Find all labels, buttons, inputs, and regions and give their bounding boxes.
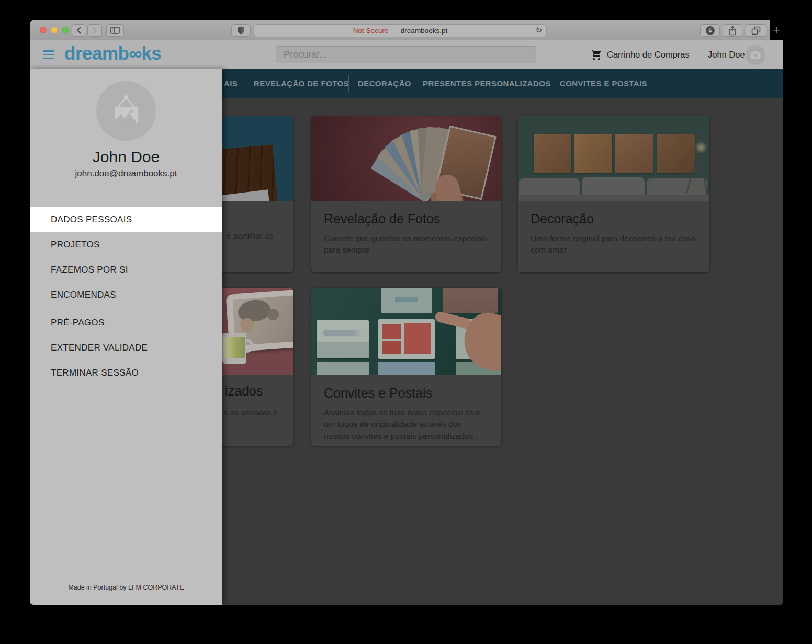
card-text: Revelação de Fotos Garante que guardas o… bbox=[311, 201, 501, 256]
not-secure-label: Not Secure bbox=[353, 27, 389, 35]
card-description: Garante que guardas os momentos especiai… bbox=[324, 233, 489, 256]
card-title: Revelação de Fotos bbox=[324, 211, 489, 227]
card-title-fragment: izados bbox=[225, 383, 263, 399]
drawer-item-extender-validade[interactable]: EXTENDER VALIDADE bbox=[30, 335, 222, 360]
share-button[interactable] bbox=[723, 24, 742, 37]
logo-infinity-oo: ∞ bbox=[129, 43, 141, 63]
nav-separator bbox=[348, 75, 349, 92]
forward-button[interactable] bbox=[87, 24, 102, 37]
drawer-item-dados-pessoais[interactable]: DADOS PESSOAIS bbox=[30, 207, 222, 232]
search-input[interactable] bbox=[276, 46, 536, 63]
cart-button[interactable]: Carrinho de Compras bbox=[590, 40, 690, 69]
downloads-button[interactable] bbox=[700, 24, 720, 37]
nav-item-convites-e-postais[interactable]: CONVITES E POSTAIS bbox=[560, 69, 647, 98]
nav-separator bbox=[245, 75, 245, 92]
drawer-user-name: John Doe bbox=[30, 148, 222, 166]
drawer-item-pre-pagos[interactable]: PRÉ-PAGOS bbox=[30, 310, 222, 335]
browser-titlebar: Not Secure — dreambooks.pt ↻ bbox=[30, 20, 783, 40]
menu-icon[interactable] bbox=[43, 50, 54, 59]
cart-label: Carrinho de Compras bbox=[607, 50, 690, 60]
card-text: Decoração Uma forma original para decora… bbox=[518, 201, 709, 256]
sidebar-icon bbox=[110, 27, 120, 34]
browser-window: Not Secure — dreambooks.pt ↻ bbox=[30, 20, 783, 605]
minimize-window-button[interactable] bbox=[51, 27, 58, 33]
camera-icon bbox=[750, 51, 761, 59]
card-image bbox=[518, 116, 709, 201]
picture-frame-icon bbox=[107, 94, 145, 128]
reload-icon[interactable]: ↻ bbox=[535, 26, 542, 35]
card-image bbox=[311, 288, 501, 375]
share-icon bbox=[728, 26, 737, 36]
nav-item-partial[interactable]: AIS bbox=[224, 69, 238, 98]
zoom-window-button[interactable] bbox=[62, 27, 69, 33]
card-decoracao[interactable]: Decoração Uma forma original para decora… bbox=[518, 116, 709, 272]
chevron-left-icon bbox=[76, 27, 82, 34]
card-text: Convites e Postais Assinala todas as tua… bbox=[311, 375, 501, 442]
nav-separator bbox=[551, 75, 551, 92]
card-description: Uma forma original para decorares a tua … bbox=[531, 233, 697, 256]
new-tab-button[interactable]: + bbox=[770, 20, 783, 40]
drawer-user-email: john.doe@dreambooks.pt bbox=[30, 168, 222, 179]
download-icon bbox=[705, 26, 715, 36]
card-title: Convites e Postais bbox=[324, 386, 489, 401]
chevron-right-icon bbox=[92, 27, 97, 34]
card-description: Assinala todas as tuas datas especiais c… bbox=[324, 407, 489, 442]
drawer-item-encomendas[interactable]: ENCOMENDAS bbox=[30, 283, 222, 308]
back-button[interactable] bbox=[72, 24, 86, 37]
drawer-menu-divider bbox=[51, 309, 203, 309]
nav-item-presentes-personalizados[interactable]: PRESENTES PERSONALIZADOS bbox=[423, 69, 551, 98]
user-avatar[interactable] bbox=[746, 45, 765, 65]
card-description-fragment: e partilhar as bbox=[227, 230, 274, 242]
card-description-fragment: s as pessoas e bbox=[224, 407, 278, 419]
card-title: Decoração bbox=[531, 211, 697, 227]
card-image bbox=[311, 116, 501, 201]
drawer-item-terminar-sessao[interactable]: TERMINAR SESSÃO bbox=[30, 360, 222, 386]
shield-icon bbox=[238, 26, 244, 35]
nav-item-decoracao[interactable]: DECORAÇÃO bbox=[358, 69, 411, 98]
account-drawer: John Doe john.doe@dreambooks.pt DADOS PE… bbox=[30, 69, 222, 605]
card-revelacao-de-fotos[interactable]: Revelação de Fotos Garante que guardas o… bbox=[311, 116, 501, 272]
drawer-item-fazemos-por-si[interactable]: FAZEMOS POR SI bbox=[30, 257, 222, 283]
address-bar[interactable]: Not Secure — dreambooks.pt ↻ bbox=[254, 24, 547, 37]
drawer-footer-text: Made in Portugal by LFM CORPORATE bbox=[30, 584, 222, 591]
user-menu-button[interactable]: John Doe bbox=[708, 40, 745, 69]
address-url: dreambooks.pt bbox=[401, 27, 447, 35]
cart-icon bbox=[590, 49, 603, 61]
drawer-avatar bbox=[96, 81, 156, 141]
site-logo[interactable]: dreamb∞ks bbox=[64, 43, 161, 64]
nav-separator bbox=[415, 75, 415, 92]
address-separator: — bbox=[391, 27, 398, 35]
close-window-button[interactable] bbox=[40, 27, 47, 33]
site-header: dreamb∞ks Carrinho de Compras John Doe bbox=[30, 40, 783, 69]
desktop-background: Not Secure — dreambooks.pt ↻ bbox=[0, 0, 812, 644]
nav-item-revelacao-de-fotos[interactable]: REVELAÇÃO DE FOTOS bbox=[254, 69, 349, 98]
drawer-menu: DADOS PESSOAIS PROJETOS FAZEMOS POR SI E… bbox=[30, 207, 222, 386]
privacy-report-button[interactable] bbox=[231, 24, 251, 37]
sidebar-toggle-button[interactable] bbox=[106, 24, 124, 37]
tab-overview-button[interactable] bbox=[746, 24, 766, 37]
tabs-icon bbox=[751, 26, 761, 35]
drawer-item-projetos[interactable]: PROJETOS bbox=[30, 232, 222, 257]
card-convites-e-postais[interactable]: Convites e Postais Assinala todas as tua… bbox=[311, 288, 501, 446]
header-divider bbox=[693, 46, 693, 63]
